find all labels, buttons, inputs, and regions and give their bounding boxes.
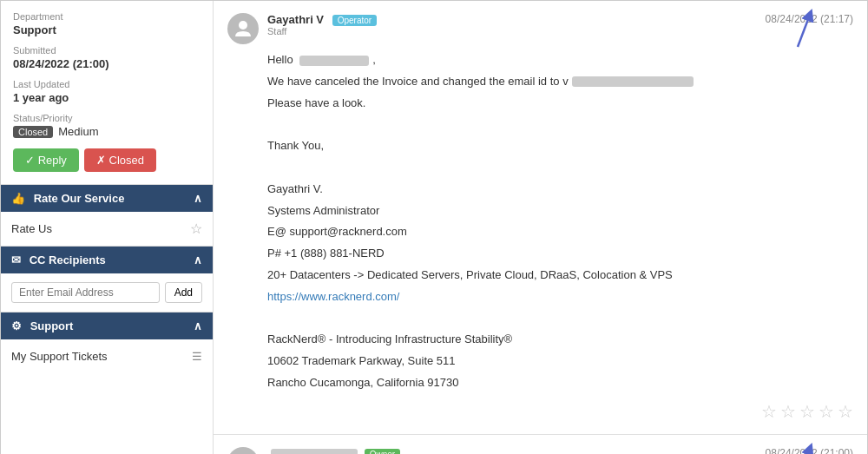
status-priority-label: Status/Priority	[13, 113, 201, 123]
rate-section-left: 👍 Rate Our Service	[11, 192, 124, 205]
closed-button[interactable]: ✗ Closed	[84, 148, 156, 172]
cc-input-row: Add	[11, 282, 202, 303]
star-3[interactable]: ☆	[799, 401, 815, 422]
msg1-blank	[267, 115, 853, 134]
cc-section-header[interactable]: ✉ CC Recipients ∧	[1, 247, 213, 273]
owner-badge: Owner	[365, 449, 400, 454]
priority-value: Medium	[58, 125, 98, 138]
msg1-email: E@ support@racknerd.com	[267, 223, 853, 241]
svg-point-0	[239, 21, 247, 30]
sender-role-1: Staff	[267, 26, 853, 36]
star-5[interactable]: ☆	[838, 401, 853, 422]
reply-button[interactable]: ✓ Reply	[13, 148, 79, 172]
check-icon: ✓	[25, 154, 35, 167]
avatar-1	[227, 13, 259, 44]
sender-name-1: Gayathri V	[267, 13, 324, 26]
message-header-2: Owner	[227, 447, 853, 454]
msg1-line2: Please have a look.	[267, 95, 853, 113]
stars-row: ☆ ☆ ☆ ☆ ☆	[227, 401, 853, 422]
support-chevron-icon: ∧	[194, 319, 202, 332]
msg1-thankyou: Thank You,	[267, 137, 853, 155]
message-block-1: Gayathri V Operator Staff 08/24/2022 (21…	[214, 1, 867, 435]
redacted-name	[299, 56, 369, 66]
arrow-indicator-2	[780, 442, 815, 454]
support-section: ⚙ Support ∧ My Support Tickets ☰	[1, 312, 213, 373]
support-section-body: My Support Tickets ☰	[1, 339, 213, 373]
rate-us-label: Rate Us	[11, 222, 52, 235]
add-email-button[interactable]: Add	[165, 282, 202, 303]
msg1-greeting: Hello ,	[267, 51, 853, 69]
x-icon: ✗	[96, 154, 106, 167]
racknerd-link[interactable]: https://www.racknerd.com/	[267, 290, 399, 303]
cc-section-body: Add	[1, 273, 213, 312]
msg1-blank2	[267, 159, 853, 177]
main-content: Gayathri V Operator Staff 08/24/2022 (21…	[214, 1, 867, 454]
submitted-value: 08/24/2022 (21:00)	[13, 57, 201, 70]
last-updated-value: 1 year ago	[13, 91, 201, 104]
department-value: Support	[13, 23, 201, 36]
msg1-blank3	[267, 310, 853, 328]
rate-section-header[interactable]: 👍 Rate Our Service ∧	[1, 185, 213, 212]
star-4[interactable]: ☆	[819, 401, 834, 422]
rate-section-body: Rate Us ☆	[1, 212, 213, 246]
msg1-name: Gayathri V.	[267, 181, 853, 199]
ticket-icon: ☰	[192, 350, 202, 363]
rate-chevron-icon: ∧	[194, 192, 202, 205]
rate-us-row: Rate Us ☆	[11, 220, 202, 237]
message-body-1: Hello , We have canceled the Invoice and…	[227, 51, 853, 392]
status-row: Closed Medium	[13, 125, 201, 138]
cc-section-left: ✉ CC Recipients	[11, 253, 106, 266]
support-icon: ⚙	[11, 319, 22, 332]
star-1[interactable]: ☆	[761, 401, 777, 422]
rate-star-icon[interactable]: ☆	[190, 220, 202, 237]
sender-name-2-redacted	[271, 449, 358, 454]
operator-badge: Operator	[332, 15, 377, 26]
cc-recipients-section: ✉ CC Recipients ∧ Add	[1, 246, 213, 312]
message-header-1: Gayathri V Operator Staff	[227, 13, 853, 44]
arrow-indicator-1	[780, 8, 815, 51]
msg1-dc: 20+ Datacenters -> Dedicated Servers, Pr…	[267, 266, 853, 285]
svg-line-2	[798, 15, 810, 47]
msg1-title: Systems Administrator	[267, 202, 853, 220]
support-section-header[interactable]: ⚙ Support ∧	[1, 313, 213, 339]
cc-chevron-icon: ∧	[194, 253, 202, 266]
star-2[interactable]: ☆	[780, 401, 796, 422]
rate-our-service-section: 👍 Rate Our Service ∧ Rate Us ☆	[1, 184, 213, 246]
last-updated-label: Last Updated	[13, 79, 201, 89]
email-input[interactable]	[11, 282, 160, 303]
avatar-2	[227, 447, 259, 454]
msg1-sig2: 10602 Trademark Parkway, Suite 511	[267, 352, 853, 371]
support-tickets-item[interactable]: My Support Tickets ☰	[11, 348, 202, 365]
support-section-left: ⚙ Support	[11, 319, 73, 332]
submitted-label: Submitted	[13, 45, 201, 56]
msg1-phone: P# +1 (888) 881-NERD	[267, 245, 853, 263]
sidebar: Department Support Submitted 08/24/2022 …	[1, 1, 214, 454]
support-item-label: My Support Tickets	[11, 350, 108, 363]
msg1-sig3: Rancho Cucamonga, California 91730	[267, 374, 853, 392]
cc-icon: ✉	[11, 253, 21, 266]
msg1-sig1: RackNerd® - Introducing Infrastructure S…	[267, 331, 853, 349]
action-row: ✓ Reply ✗ Closed	[13, 148, 201, 172]
redacted-email	[572, 76, 694, 87]
thumbs-up-icon: 👍	[11, 192, 25, 205]
msg1-line1: We have canceled the Invoice and changed…	[267, 73, 853, 91]
msg1-link: https://www.racknerd.com/	[267, 288, 853, 306]
svg-line-5	[798, 449, 810, 454]
status-badge: Closed	[13, 126, 53, 138]
sidebar-info: Department Support Submitted 08/24/2022 …	[1, 1, 213, 184]
message-block-2: Owner 08/24/2022 (21:00) 你好！ 1. 请帮我将号码为2…	[214, 435, 867, 454]
department-label: Department	[13, 11, 201, 22]
